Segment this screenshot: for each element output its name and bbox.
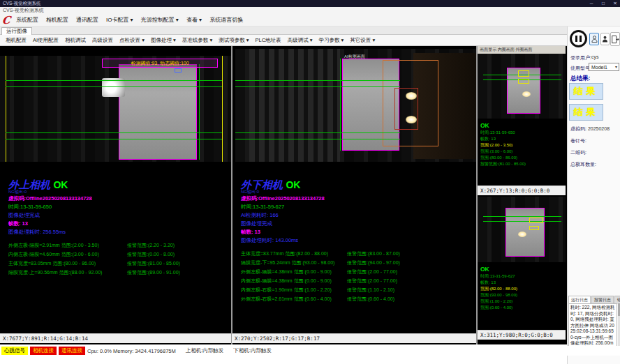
result-block-inner-upper: OK 时间:13-31-59-650 帧数: 13 范围:(2.00 - 3.5… — [480, 121, 564, 167]
measurement-row: 内侧左极-隔膜=4.38mm 范围:(0.00 - 9.00)报警范围:(2.0… — [241, 276, 475, 285]
measurement-row: 外侧左极-右极=2.61mm 范围:(0.60 - 4.00)报警范围:(0.6… — [241, 294, 475, 303]
led-highlight — [522, 91, 531, 97]
camera-view-outer-lower[interactable]: AI检测画面 — [235, 49, 476, 162]
tool-test-params[interactable]: 测试项参数 ▾ — [219, 37, 249, 44]
log-text-area[interactable]: 耗时: 222, 网络检测耗时: 17, 网络分类耗时: 0, 网络预处理耗时:… — [568, 303, 617, 349]
camera-view-inner-lower[interactable] — [478, 197, 566, 262]
alarm-range: 报警范围:(81.00 - 85.00) — [127, 259, 180, 268]
os-titlebar: CVS-视觉检测系统 ─ □ ✕ — [0, 0, 620, 7]
menu-language[interactable]: 系统语言切换 — [209, 16, 243, 24]
process-done-line: 图像处理完成 — [241, 220, 475, 228]
alarm-range: 报警范围:(1.10 - 2.10) — [347, 285, 394, 294]
total-result-label: 总结果: — [570, 75, 590, 83]
window-title: CVS-视觉检测系统 — [3, 0, 41, 7]
measure-line-vertical — [199, 64, 200, 160]
info-line: 帧数: 13 — [480, 136, 564, 142]
qr-code-label: 二维码: — [570, 149, 586, 156]
menu-camera-config[interactable]: 相机配置 — [46, 16, 68, 24]
measurement-row: 隔膜宽度-下=95.24mm 范围:(93.00 - 98.00)报警范围:(9… — [241, 258, 475, 267]
camera-view-outer-upper[interactable]: 检测阈值:93, 动态阈值:100 — [0, 56, 231, 162]
result-block-inner-lower: OK 时间:13-31-59-627 帧数: 13 范围:(82.00 - 88… — [480, 265, 564, 311]
blue-marker-box — [175, 68, 182, 73]
app-logo-icon: C — [1, 15, 11, 26]
virtual-code-label: 虚拟码: — [570, 126, 586, 131]
pixel-coordinate-bar: X:7677;Y:891;R:14;G:14;B:14 — [0, 333, 231, 343]
tool-plc-table[interactable]: PLC地址表 — [256, 37, 281, 44]
tool-baseline-params[interactable]: 基准线参数 ▾ — [182, 37, 212, 44]
menu-light-config[interactable]: 光源控制配置 ▾ — [141, 16, 179, 24]
user-login-button[interactable] — [589, 33, 599, 45]
panel-divider — [231, 46, 232, 344]
led-highlight — [518, 232, 526, 237]
measurement-row: 隔膜宽度-上=90.56mm 范围:(88.00 - 92.00)报警范围:(8… — [8, 268, 230, 277]
tab-count-label: 总极耳数量: — [570, 161, 596, 168]
menu-io-config[interactable]: IO卡配置 ▾ — [106, 16, 133, 24]
measurement-row: 主体宽度=83.05mm 范围:(80.00 - 86.00)报警范围:(81.… — [8, 259, 230, 268]
process-time-line: 图像处理耗时: 143.00ms — [241, 236, 475, 245]
measurement-row: 内侧左极-右极=1.90mm 范围:(1.00 - 2.20)报警范围:(1.1… — [241, 285, 475, 294]
status-bar: 心跳信号 相机连接 通讯连接 Cpu: 0.0% Memory: 3424.41… — [0, 346, 620, 356]
user-switch-button[interactable] — [600, 33, 610, 45]
info-line: 报警范围:(81.00 - 85.00) — [480, 161, 564, 167]
model-select-value: Model1 — [591, 65, 607, 70]
result-block-outer-upper: 外上相机 OK NG输出:0 虚拟码:Offline20250208133134… — [8, 179, 230, 277]
close-button[interactable]: ✕ — [612, 0, 619, 7]
measurement-value: 隔膜宽度-上=90.56mm 范围:(88.00 - 92.00) — [8, 268, 127, 277]
alarm-range: 报警范围:(0.60 - 4.00) — [347, 294, 394, 303]
measurement-row: 内侧左极-隔膜=4.60mm 范围:(3.00 - 6.00)报警范围:(0.0… — [8, 250, 230, 259]
user-icon — [591, 35, 598, 43]
measurement-row: 外侧左极-隔膜=2.91mm 范围:(2.00 - 3.50)报警范围:(2.2… — [8, 241, 230, 250]
info-line: 时间:13-31-59-650 — [480, 130, 564, 136]
tool-image-process[interactable]: 图像处理 ▾ — [151, 37, 176, 44]
tool-spot-check[interactable]: 点检设置 ▾ — [119, 37, 145, 44]
measurement-row: 外侧左极-隔膜=4.38mm 范围:(0.00 - 9.00)报警范围:(2.0… — [241, 267, 475, 276]
tool-other-settings[interactable]: 其它设置 ▾ — [350, 37, 375, 44]
threshold-overlay-label: 检测阈值:93, 动态阈值:100 — [102, 59, 218, 68]
menu-view[interactable]: 查看 ▾ — [186, 16, 202, 24]
tool-learn-params[interactable]: 学习参数 ▾ — [318, 37, 344, 44]
measurement-value: 外侧左极-右极=2.61mm 范围:(0.60 - 4.00) — [241, 294, 347, 303]
tool-ai-config[interactable]: AI使用配置 — [33, 37, 59, 44]
lower-camera-trigger-status: 下相机:内部触发 — [233, 347, 272, 354]
alarm-range: 报警范围:(2.00 - 77.00) — [347, 276, 397, 285]
measurement-row: 主体宽度=83.77mm 范围:(82.00 - 88.00)报警范围:(83.… — [241, 249, 475, 258]
pixel-coordinate-bar: X:270;Y:2502;R:17;G:17;B:17 — [232, 333, 476, 343]
menu-comm-config[interactable]: 通讯配置 — [76, 16, 98, 24]
comm-connect-badge: 通讯连接 — [59, 347, 85, 355]
tool-camera-debug[interactable]: 相机调试 — [65, 37, 86, 44]
info-line: 范围:(2.00 - 3.50) — [480, 142, 564, 149]
info-line: 帧数: 13 — [480, 280, 564, 286]
measurement-value: 主体宽度=83.05mm 范围:(80.00 - 86.00) — [8, 259, 127, 268]
result-badge-1: 结果 — [569, 83, 603, 100]
alarm-range: 报警范围:(2.20 - 3.20) — [127, 241, 175, 250]
logout-button[interactable] — [610, 32, 620, 46]
tool-camera-config[interactable]: 相机配置 — [6, 37, 27, 44]
tab-run-image[interactable]: 运行图像 — [1, 27, 32, 35]
camera-view-inner-upper[interactable] — [478, 54, 566, 119]
alarm-range: 报警范围:(2.00 - 77.00) — [347, 267, 397, 276]
model-select[interactable]: Model1 ▾ — [589, 63, 619, 71]
login-user-value: cys — [591, 54, 599, 59]
alarm-range: 报警范围:(89.00 - 91.00) — [127, 268, 180, 277]
menu-system-config[interactable]: 系统配置 — [16, 16, 38, 24]
time-line: 时间:13-31-59-627 — [241, 203, 475, 211]
login-user-label: 登录用户: — [570, 54, 591, 61]
pause-button[interactable] — [570, 30, 587, 47]
minimize-button[interactable]: ─ — [588, 0, 595, 7]
measurement-value: 主体宽度=83.77mm 范围:(82.00 - 88.00) — [241, 249, 347, 258]
camera-name: 外下相机 — [241, 179, 283, 190]
info-line: 范围:(93.00 - 98.00) — [480, 292, 564, 298]
display-select-header[interactable]: 画面显示 内圈画面 外圈画面 — [478, 46, 566, 54]
upper-camera-trigger-status: 上相机:内部触发 — [186, 347, 224, 354]
tool-advanced-debug[interactable]: 高级调试 ▾ — [288, 37, 313, 44]
measure-line — [6, 139, 222, 139]
barcode-line: 虚拟码:Offline20250208133134728 — [8, 195, 230, 203]
heartbeat-status-badge: 心跳信号 — [1, 347, 28, 355]
maximize-button[interactable]: □ — [600, 0, 607, 7]
measurement-value: 内侧左极-右极=1.90mm 范围:(1.00 - 2.20) — [241, 285, 347, 294]
control-sidebar: 登录用户: cys 使用型号: Model1 ▾ 总结果: 结果 结果 虚拟码:… — [567, 26, 620, 364]
tab-marker-box — [529, 218, 543, 223]
tool-advanced-settings[interactable]: 高级设置 — [92, 37, 113, 44]
process-time-line: 图像处理耗时: 256.55ms — [8, 228, 230, 236]
ai-view-label: AI检测画面 — [344, 54, 365, 60]
